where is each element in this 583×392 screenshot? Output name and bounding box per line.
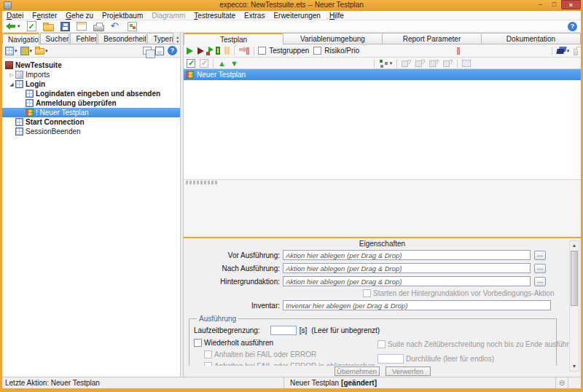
menu-fenster[interactable]: Fenster [28, 11, 61, 20]
nach-ausfuehrung-browse-button[interactable]: … [534, 264, 546, 273]
testplan-toolbar-run: Testgruppen Risiko/Prio ▾ [184, 44, 581, 58]
help-icon[interactable] [568, 22, 577, 31]
step-icon[interactable] [216, 47, 220, 55]
move-down-icon[interactable] [230, 59, 238, 68]
copy-window-icon[interactable] [143, 47, 152, 55]
tab-navigation[interactable]: Navigation [2, 33, 39, 44]
menu-diagramm[interactable]: Diagramm [147, 11, 189, 20]
menu-extras[interactable]: Extras [240, 11, 269, 20]
tab-report-parameter[interactable]: Report Parameter [382, 33, 481, 44]
project-tree: NewTestsuite▷Imports◢LoginLogindaten ein… [2, 58, 180, 377]
tab-scroll-buttons[interactable]: ▴▾ [175, 35, 180, 44]
vor-ausfuehrung-browse-button[interactable]: … [534, 251, 546, 260]
run-dark-icon[interactable] [197, 47, 204, 55]
hintergrundaktion-input[interactable] [283, 276, 531, 286]
new-block-button[interactable]: ▾ [20, 47, 33, 55]
tree-item-label: NewTestsuite [15, 61, 62, 69]
splitter-handle[interactable] [186, 181, 218, 184]
detach-window-icon [462, 60, 471, 67]
tree-help-icon[interactable] [168, 46, 177, 55]
content-area: NavigationSuchenFehlerBesonderheitenType… [2, 33, 581, 377]
new-folder-button[interactable]: ▾ [35, 47, 48, 55]
print-icon[interactable] [93, 25, 104, 31]
menubar: DateiFensterGehe zuProjektbaumDiagrammTe… [2, 11, 581, 20]
menu-datei[interactable]: Datei [2, 11, 28, 20]
tab-typen[interactable]: Typen [147, 33, 173, 44]
expander-closed-icon[interactable]: ▷ [8, 70, 15, 79]
apply-button[interactable]: Übernehmen [334, 366, 380, 376]
tab-besonderheiten[interactable]: Besonderheiten [98, 33, 146, 44]
tab-dokumentation[interactable]: Dokumentation [481, 33, 581, 44]
tab-testplan[interactable]: Testplan [184, 33, 283, 44]
tab-fehler[interactable]: Fehler [70, 33, 97, 44]
checkbox-icon [204, 350, 212, 358]
tree-item-neuer-testplan[interactable]: ! Neuer Testplan [2, 108, 180, 117]
scrollbar-thumb[interactable] [571, 251, 578, 306]
minimize-button[interactable]: – [533, 0, 547, 9]
tree-item-newtestsuite[interactable]: NewTestsuite [2, 60, 180, 70]
suite-icon [5, 61, 13, 69]
tree-view-button[interactable]: ▾ [5, 47, 17, 55]
back-button[interactable]: ▾ [6, 21, 20, 31]
run-debug-icon[interactable] [208, 47, 211, 55]
close-button[interactable]: × [561, 0, 581, 9]
laufzeit-input[interactable] [270, 326, 297, 335]
properties-buttons: Übernehmen Verwerfen [184, 366, 581, 377]
ausfuehrung-group: Ausführung Laufzeitbegrenzung: [s] (Leer… [189, 315, 557, 366]
save-icon[interactable] [60, 22, 70, 31]
move-up-icon[interactable] [218, 59, 226, 68]
undo-icon[interactable] [111, 21, 121, 31]
checkbox-icon [313, 47, 321, 55]
maximize-button[interactable]: □ [547, 0, 561, 9]
query-1-icon [402, 59, 411, 67]
discard-button[interactable]: Verwerfen [386, 366, 431, 376]
tree-item-logindaten-eingeben-und-absenden[interactable]: Logindaten eingeben und absenden [2, 89, 180, 98]
save-tree-icon[interactable] [155, 47, 164, 55]
chevron-down-icon: ▾ [390, 60, 393, 66]
tree-item-login[interactable]: ◢Login [2, 79, 180, 89]
scroll-up-icon[interactable]: ▲ [570, 241, 579, 250]
tree-item-start-connection[interactable]: Start Connection [2, 117, 180, 127]
node-menu-button[interactable]: ▾ [379, 59, 393, 68]
layers-button[interactable]: ▾ [557, 47, 570, 55]
menu-testresultate[interactable]: Testresultate [189, 11, 240, 20]
menu-projektbaum[interactable]: Projektbaum [98, 11, 147, 20]
new-window-icon[interactable] [77, 22, 87, 31]
tab-suchen[interactable]: Suchen [40, 33, 70, 44]
accept-check-icon[interactable] [27, 21, 36, 31]
check-all-icon[interactable] [187, 59, 195, 68]
nach-ausfuehrung-input[interactable] [283, 263, 531, 273]
stop2-icon [457, 47, 460, 55]
tree-item-anmeldung-berpr-fen[interactable]: Anmeldung überprüfen [2, 98, 180, 108]
canvas-area [184, 179, 581, 237]
testplan-list: Neuer Testplan [184, 69, 581, 179]
tree-item-imports[interactable]: ▷Imports [2, 70, 180, 79]
menu-gehe-zu[interactable]: Gehe zu [61, 11, 98, 20]
properties-scrollbar[interactable]: ▲ ▼ [569, 240, 579, 372]
status-lock-icon: ⊖ [556, 377, 568, 388]
open-file-icon[interactable] [43, 24, 54, 31]
separator [213, 59, 214, 68]
query-3-icon [429, 59, 439, 67]
hintergrundaktion-browse-button[interactable]: … [534, 277, 546, 286]
checkbox-icon [194, 339, 202, 347]
menu-erweiterungen[interactable]: Erweiterungen [269, 11, 324, 20]
left-tab-bar: NavigationSuchenFehlerBesonderheitenType… [2, 33, 180, 44]
risiko-checkbox[interactable]: Risiko/Prio [313, 47, 359, 55]
inventar-input[interactable] [283, 300, 551, 310]
run-icon[interactable] [187, 47, 193, 55]
tab-variablenumgebung[interactable]: Variablenumgebung [283, 33, 382, 44]
vor-ausfuehrung-label: Vor Ausführung: [184, 251, 280, 259]
vor-ausfuehrung-input[interactable] [283, 250, 531, 260]
separator [374, 59, 375, 68]
tree-item-sessionbeenden[interactable]: SessionBeenden [2, 127, 180, 136]
expander-open-icon[interactable]: ◢ [8, 79, 15, 89]
testgruppen-checkbox[interactable]: Testgruppen [258, 47, 309, 55]
testplan-item-label: Neuer Testplan [197, 71, 246, 79]
testplan-selected-row[interactable]: Neuer Testplan [184, 69, 581, 80]
start-background-label: Starten der Hintergrundaktion vor Vorbed… [373, 289, 554, 297]
settings-tool-icon[interactable] [128, 22, 137, 31]
laufzeit-hint: (Leer für unbegrenzt) [311, 326, 380, 334]
app-window: expecco: NewTestsuite.ets -- Neuer Testp… [0, 0, 583, 392]
menu-hilfe[interactable]: Hilfe [325, 11, 348, 20]
